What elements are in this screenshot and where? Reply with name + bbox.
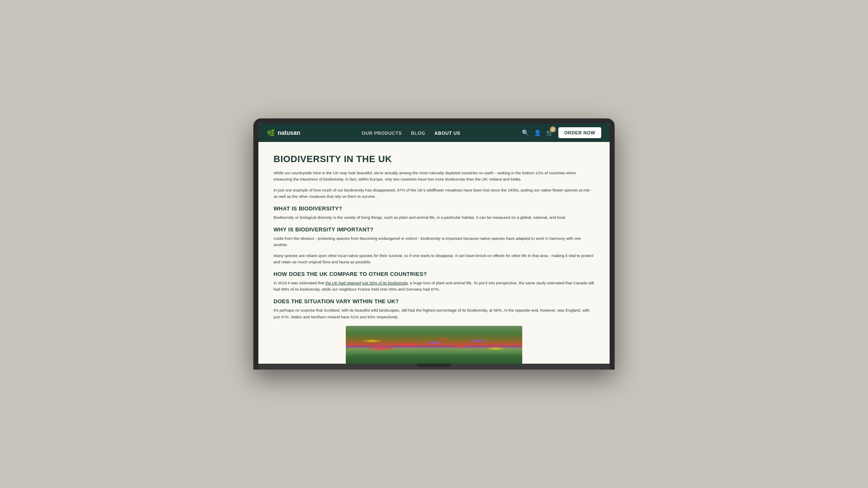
nav-about-us[interactable]: ABOUT US: [434, 131, 460, 136]
section-heading-3: HOW DOES THE UK COMPARE TO OTHER COUNTRI…: [274, 271, 594, 277]
laptop-notch: [417, 364, 451, 367]
section-text-3: In 2019 it was estimated that the UK had…: [274, 280, 594, 292]
logo[interactable]: 🌿 natusan: [267, 129, 300, 137]
navigation: 🌿 natusan OUR PRODUCTS BLOG ABOUT US 🔍 👤…: [258, 123, 610, 142]
intro-paragraph-1: While our countryside here in the UK may…: [274, 170, 594, 182]
cart-wrapper[interactable]: 🛒 0: [546, 129, 553, 136]
section-heading-4: DOES THE SITUATION VARY WITHIN THE UK?: [274, 298, 594, 304]
section-text-1: Biodiversity or biological diversity is …: [274, 214, 594, 220]
section-text-4: It's perhaps no surprise that Scotland, …: [274, 307, 594, 320]
order-now-button[interactable]: ORDER NOW: [558, 127, 601, 138]
cart-badge: 0: [550, 126, 556, 132]
meadow-image: [346, 326, 522, 364]
section-text-2b: Many species are reliant upon other loca…: [274, 252, 594, 265]
nav-right: 🔍 👤 🛒 0 ORDER NOW: [522, 127, 601, 138]
intro-paragraph-2: In just one example of how much of our b…: [274, 187, 594, 199]
logo-text: natusan: [278, 129, 300, 136]
section-text-3-before: In 2019 it was estimated that: [274, 281, 326, 285]
nav-links: OUR PRODUCTS BLOG ABOUT US: [362, 129, 460, 136]
main-content: BIODIVERSITY IN THE UK While our country…: [258, 142, 610, 363]
laptop-base: [258, 364, 610, 370]
section-heading-1: WHAT IS BIODIVERSITY?: [274, 205, 594, 212]
section-heading-2: WHY IS BIODIVERSITY IMPORTANT?: [274, 226, 594, 233]
search-icon[interactable]: 🔍: [522, 129, 529, 136]
biodiversity-link[interactable]: the UK had retained just 50% of its biod…: [326, 281, 408, 285]
page-title: BIODIVERSITY IN THE UK: [274, 154, 594, 165]
logo-icon: 🌿: [267, 129, 275, 137]
section-text-2a: Aside from the obvious - protecting spec…: [274, 235, 594, 248]
account-icon[interactable]: 👤: [534, 129, 541, 136]
nav-our-products[interactable]: OUR PRODUCTS: [362, 131, 402, 136]
nav-blog[interactable]: BLOG: [411, 131, 425, 136]
